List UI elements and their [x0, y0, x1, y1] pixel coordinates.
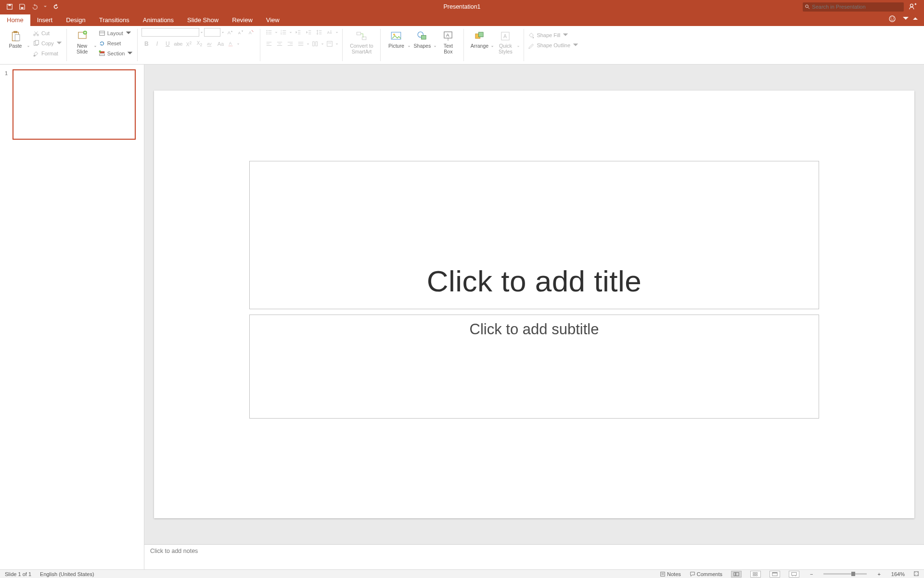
- arrange-button[interactable]: Arrange: [468, 28, 491, 49]
- quick-styles-caret-icon[interactable]: [517, 43, 520, 49]
- subscript-icon[interactable]: X2: [194, 39, 204, 48]
- reset-button[interactable]: Reset: [99, 39, 134, 48]
- tab-review[interactable]: Review: [225, 14, 259, 26]
- numbering-caret-icon[interactable]: [289, 29, 292, 35]
- share-icon[interactable]: [909, 2, 917, 12]
- shapes-button[interactable]: Shapes: [411, 28, 434, 49]
- font-size-caret-icon[interactable]: [221, 29, 224, 35]
- comments-toggle[interactable]: Comments: [690, 571, 722, 577]
- strikethrough-icon[interactable]: abc: [173, 39, 183, 48]
- font-size-selector[interactable]: [204, 28, 220, 37]
- font-family-caret-icon[interactable]: [200, 29, 203, 35]
- tab-home[interactable]: Home: [0, 14, 30, 26]
- decrease-indent-icon[interactable]: [293, 28, 303, 37]
- notes-pane[interactable]: Click to add notes: [144, 544, 924, 569]
- feedback-caret-icon[interactable]: [902, 15, 906, 25]
- cut-button[interactable]: Cut: [33, 29, 63, 38]
- normal-view-button[interactable]: [731, 571, 742, 578]
- shapes-caret-icon[interactable]: [434, 43, 436, 49]
- svg-text:3: 3: [281, 33, 282, 35]
- zoom-slider[interactable]: [823, 573, 867, 575]
- bullets-caret-icon[interactable]: [275, 29, 278, 35]
- grow-font-icon[interactable]: A: [225, 28, 235, 37]
- tab-insert[interactable]: Insert: [30, 14, 60, 26]
- repeat-icon[interactable]: [52, 3, 60, 11]
- shape-fill-button[interactable]: Shape Fill: [528, 31, 579, 39]
- subtitle-placeholder[interactable]: Click to add subtitle: [249, 315, 819, 419]
- slide-indicator[interactable]: Slide 1 of 1: [5, 571, 31, 577]
- zoom-in-button[interactable]: +: [875, 571, 882, 577]
- italic-icon[interactable]: I: [152, 39, 162, 48]
- arrange-label: Arrange: [471, 43, 488, 49]
- section-button[interactable]: Section: [99, 49, 134, 58]
- picture-caret-icon[interactable]: [408, 43, 411, 49]
- title-placeholder[interactable]: Click to add title: [249, 161, 819, 309]
- numbering-icon[interactable]: 123: [279, 28, 288, 37]
- change-case-icon[interactable]: Aa: [216, 39, 225, 48]
- tab-slideshow[interactable]: Slide Show: [180, 14, 225, 26]
- collapse-ribbon-icon[interactable]: [911, 15, 919, 25]
- clear-formatting-icon[interactable]: A: [246, 28, 256, 37]
- zoom-slider-thumb[interactable]: [851, 572, 855, 576]
- shrink-font-icon[interactable]: A: [236, 28, 245, 37]
- slideshow-view-button[interactable]: [789, 571, 799, 578]
- underline-icon[interactable]: U: [163, 39, 172, 48]
- thumbnail-image[interactable]: [13, 69, 136, 140]
- justify-icon[interactable]: [296, 39, 306, 48]
- paste-dropdown-icon[interactable]: [27, 43, 30, 49]
- tab-design[interactable]: Design: [59, 14, 92, 26]
- align-text-caret-icon[interactable]: [335, 41, 338, 47]
- font-color-icon[interactable]: A: [226, 39, 236, 48]
- columns-caret-icon[interactable]: [321, 41, 324, 47]
- align-center-icon[interactable]: [275, 39, 284, 48]
- bullets-icon[interactable]: [264, 28, 274, 37]
- paste-button[interactable]: Paste: [4, 28, 27, 49]
- fit-to-window-button[interactable]: [913, 571, 919, 578]
- format-painter-button[interactable]: Format: [33, 49, 63, 58]
- tab-transitions[interactable]: Transitions: [92, 14, 136, 26]
- superscript-icon[interactable]: X2: [184, 39, 193, 48]
- tab-animations[interactable]: Animations: [136, 14, 180, 26]
- copy-button[interactable]: Copy: [33, 39, 63, 48]
- thumbnail-1[interactable]: 1: [5, 69, 140, 140]
- undo-dropdown-icon[interactable]: [43, 3, 47, 11]
- notes-toggle[interactable]: Notes: [660, 571, 681, 577]
- new-slide-button[interactable]: New Slide: [71, 28, 94, 54]
- zoom-level[interactable]: 164%: [891, 571, 905, 577]
- feedback-icon[interactable]: [888, 15, 896, 25]
- font-color-caret-icon[interactable]: [237, 41, 240, 47]
- align-right-icon[interactable]: [285, 39, 295, 48]
- save-icon[interactable]: [18, 3, 26, 11]
- search-input[interactable]: [810, 4, 902, 10]
- slide-canvas[interactable]: Click to add title Click to add subtitle: [154, 91, 914, 518]
- search-field[interactable]: [803, 2, 904, 12]
- undo-icon[interactable]: [31, 3, 38, 11]
- align-text-icon[interactable]: [325, 39, 334, 48]
- picture-button[interactable]: Picture: [385, 28, 408, 49]
- autosave-icon[interactable]: [6, 3, 13, 11]
- new-slide-dropdown-icon[interactable]: [94, 43, 97, 49]
- increase-indent-icon[interactable]: [304, 28, 313, 37]
- layout-button[interactable]: Layout: [99, 29, 134, 38]
- svg-point-32: [267, 30, 268, 31]
- quick-styles-button[interactable]: A Quick Styles: [494, 28, 517, 54]
- language-indicator[interactable]: English (United States): [40, 571, 94, 577]
- slide-thumbnail-panel[interactable]: 1: [0, 65, 144, 569]
- align-left-icon[interactable]: [264, 39, 274, 48]
- convert-smartart-button[interactable]: Convert to SmartArt: [346, 28, 376, 54]
- sorter-view-button[interactable]: [750, 571, 761, 578]
- justify-caret-icon[interactable]: [307, 41, 309, 47]
- character-spacing-icon[interactable]: AV: [205, 39, 215, 48]
- text-box-button[interactable]: A Text Box: [436, 28, 460, 54]
- font-family-selector[interactable]: [141, 28, 199, 37]
- reading-view-button[interactable]: [770, 571, 780, 578]
- zoom-out-button[interactable]: −: [808, 571, 815, 577]
- line-spacing-icon[interactable]: [314, 28, 324, 37]
- text-direction-icon[interactable]: A: [325, 28, 334, 37]
- columns-icon[interactable]: [310, 39, 320, 48]
- text-direction-caret-icon[interactable]: [335, 29, 338, 35]
- bold-icon[interactable]: B: [141, 39, 151, 48]
- tab-view[interactable]: View: [259, 14, 286, 26]
- canvas-viewport[interactable]: Click to add title Click to add subtitle: [144, 65, 924, 544]
- shape-outline-button[interactable]: Shape Outline: [528, 41, 579, 50]
